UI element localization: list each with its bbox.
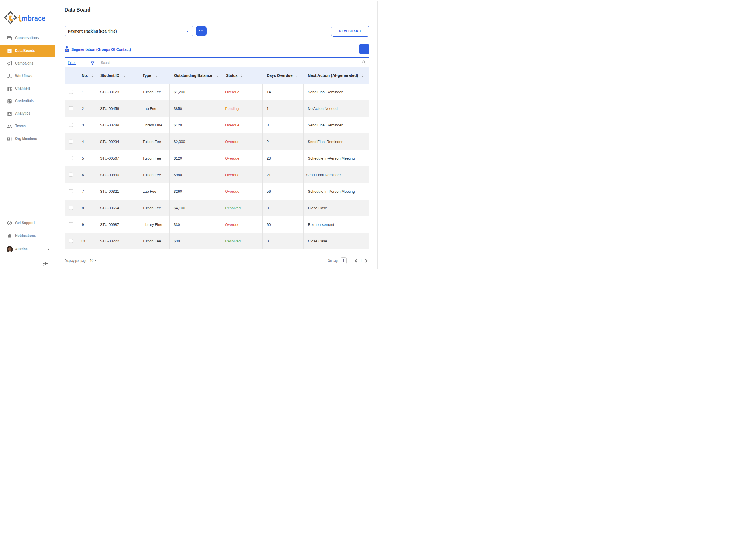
svg-text:mbrace: mbrace <box>22 14 46 22</box>
